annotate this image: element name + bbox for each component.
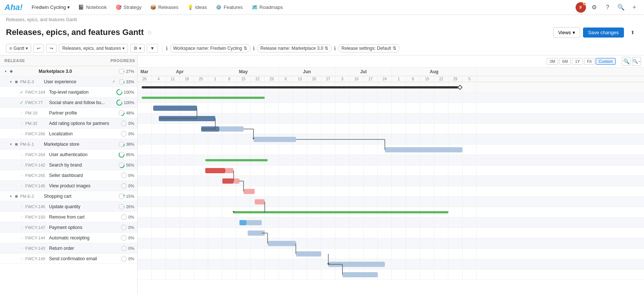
- gantt-bar: [142, 86, 459, 88]
- list-item[interactable]: ○ FWCY-264 User authentication 85%: [0, 149, 137, 160]
- redo-button[interactable]: ↪: [46, 44, 57, 53]
- nav-roadmaps[interactable]: 🗺️ Roadmaps: [248, 3, 287, 12]
- gantt-cell: [392, 186, 406, 197]
- epic-icon: ◼: [13, 193, 19, 199]
- gantt-cell: [434, 186, 448, 197]
- zoom-option-6m[interactable]: 6M: [559, 58, 571, 65]
- workspace-filter-chip[interactable]: Workspace name: Fredwin Cycling ⇅: [170, 44, 251, 52]
- gantt-cell: [420, 155, 434, 165]
- filter-button[interactable]: Releases, epics, and features ▾: [59, 44, 128, 53]
- gantt-cell: [350, 165, 364, 176]
- zoom-option-3m[interactable]: 3M: [547, 58, 558, 65]
- list-item[interactable]: ○ FWCY-147 Payment options 0%: [0, 222, 137, 233]
- gantt-cell: [138, 165, 152, 176]
- filter-funnel-button[interactable]: ▼: [147, 44, 158, 53]
- list-item[interactable]: ○ FWCY-150 Remove from cart 0%: [0, 212, 137, 222]
- list-item[interactable]: ✓ FWCY-164 Top-level navigation 100%: [0, 87, 137, 97]
- list-item[interactable]: ○ PM-19 Partner profile 48%: [0, 108, 137, 118]
- gantt-cell: [321, 93, 335, 103]
- zoom-option-custom[interactable]: Custom: [596, 58, 616, 65]
- list-item[interactable]: ○ FWCY-142 Search by brand 56%: [0, 160, 137, 170]
- toggle-icon[interactable]: ▾: [3, 69, 8, 74]
- list-item[interactable]: ○ PM-32 Add rating options for partners …: [0, 118, 137, 129]
- settings-filter-chip[interactable]: Release settings: Default ⇅: [338, 44, 399, 52]
- toggle-icon[interactable]: ▾: [8, 194, 13, 199]
- gantt-cell: [378, 249, 392, 259]
- list-item[interactable]: ○ FWCY-265 Seller dashboard 0%: [0, 170, 137, 181]
- toggle-icon[interactable]: ▾: [8, 79, 13, 84]
- zoom-out-icon[interactable]: 🔍−: [632, 57, 641, 66]
- list-item[interactable]: ○ FWCY-143 Return order 0%: [0, 243, 137, 254]
- views-button[interactable]: Views ▾: [553, 27, 580, 38]
- gantt-cell: [321, 176, 335, 186]
- gantt-cell: [279, 259, 293, 270]
- gantt-chart[interactable]: MarAprMayJunJulAug2641118251815222961320…: [138, 68, 644, 280]
- strategy-icon: 🎯: [116, 4, 122, 10]
- gantt-cell: [307, 134, 321, 145]
- list-item[interactable]: ○ FWCY-144 Automatic receipting 0%: [0, 233, 137, 243]
- share-icon[interactable]: ⬆: [627, 27, 638, 38]
- gantt-row: [138, 113, 644, 124]
- workspace-selector[interactable]: Fredwin Cycling ▾: [29, 3, 73, 12]
- week-label: 11: [166, 76, 180, 82]
- progress-text: 56%: [126, 163, 134, 167]
- save-changes-button[interactable]: Save changes: [583, 28, 624, 38]
- row-id: PM-E-2: [20, 194, 42, 199]
- feature-icon: ○: [19, 131, 25, 137]
- search-icon[interactable]: 🔍: [616, 2, 626, 13]
- gantt-cell: [138, 238, 152, 249]
- list-item[interactable]: ○ FWCY-145 View product images 0%: [0, 181, 137, 191]
- settings-gear-button[interactable]: ⚙ ▾: [130, 44, 144, 53]
- zoom-in-icon[interactable]: 🔍: [622, 57, 631, 66]
- nav-features[interactable]: ⚙️ Features: [212, 3, 246, 12]
- list-item[interactable]: ▾ ◆ Marketplace 3.0 27%: [0, 66, 137, 77]
- zoom-option-1y[interactable]: 1Y: [572, 58, 583, 65]
- list-item[interactable]: ○ FWCY-146 Update quantity 26%: [0, 201, 137, 212]
- toggle-icon[interactable]: ▾: [8, 142, 13, 147]
- gantt-cell: [378, 238, 392, 249]
- help-icon[interactable]: ?: [602, 2, 613, 13]
- favorite-star-icon[interactable]: ☆: [147, 29, 152, 36]
- list-item[interactable]: ○ FWCY-149 Send confirmation email 0%: [0, 254, 137, 264]
- list-item[interactable]: ▾ ◼ PM-E-3 User experience ↗ 33%: [0, 77, 137, 87]
- gantt-cell: [335, 249, 350, 259]
- gantt-cell: [406, 124, 420, 134]
- nav-releases[interactable]: 📦 Releases: [146, 3, 182, 12]
- gantt-row: [138, 249, 644, 259]
- gantt-cell: [180, 238, 194, 249]
- list-item[interactable]: ▾ ◼ PM-E-2 Shopping cart 15%: [0, 191, 137, 201]
- gantt-row: [138, 176, 644, 186]
- feature-icon: ○: [19, 110, 25, 116]
- gantt-view-button[interactable]: ≡ Gantt ▾: [6, 44, 31, 53]
- list-item[interactable]: ○ FWCY-266 Localization 0%: [0, 129, 137, 139]
- gantt-cell: [335, 217, 350, 228]
- gantt-cell: [463, 145, 477, 155]
- gantt-cell: [307, 93, 321, 103]
- gantt-cell: [152, 134, 166, 145]
- user-avatar[interactable]: F: [576, 2, 586, 13]
- app-logo[interactable]: Aha!: [4, 3, 23, 12]
- nav-ideas[interactable]: 💡 Ideas: [184, 3, 211, 12]
- row-name: Remove from cart: [49, 214, 115, 220]
- gantt-panel[interactable]: 3M6M1YFitCustom 🔍 🔍− MarAprMayJunJulAug2…: [138, 55, 644, 294]
- release-filter-chip[interactable]: Release name: Marketplace 3.0 ⇅: [257, 44, 332, 52]
- list-item[interactable]: ▾ ◼ PM-E-1 Marketplace store 38%: [0, 139, 137, 149]
- list-item[interactable]: ✓ FWCY-77 Social share and follow bu... …: [0, 97, 137, 108]
- gantt-cell: [321, 186, 335, 197]
- progress-text: 100%: [124, 90, 134, 94]
- add-icon[interactable]: ＋: [629, 2, 640, 13]
- gantt-cell: [222, 134, 236, 145]
- gantt-cell: [208, 217, 222, 228]
- settings-icon[interactable]: ⚙: [589, 2, 599, 13]
- feature-icon: ○: [19, 120, 25, 126]
- gantt-cell: [180, 270, 194, 280]
- left-rows-container: ▾ ◆ Marketplace 3.0 27% ▾ ◼ PM-E-3 User …: [0, 66, 137, 264]
- nav-strategy[interactable]: 🎯 Strategy: [112, 3, 145, 12]
- zoom-option-fit[interactable]: Fit: [584, 58, 595, 65]
- gantt-cell: [307, 145, 321, 155]
- gantt-cell: [222, 113, 236, 124]
- gantt-bar: [219, 126, 244, 132]
- feature-icon: ○: [19, 152, 25, 158]
- nav-notebook[interactable]: 📓 Notebook: [74, 3, 110, 12]
- undo-button[interactable]: ↩: [33, 44, 44, 53]
